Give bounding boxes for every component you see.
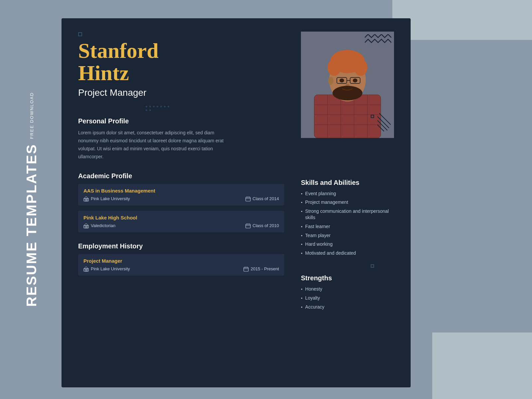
academic-section: Academic Profile AAS in Business Managem…: [78, 172, 284, 232]
calendar-icon-0: [245, 196, 251, 201]
resume-header-left: Stanford Hintz Project Manager Person: [78, 32, 288, 161]
academic-entry-0-date: Class of 2014: [245, 196, 279, 201]
svg-marker-38: [84, 223, 88, 225]
candidate-name: Stanford Hintz: [78, 40, 288, 84]
building-icon-1: [83, 223, 89, 228]
employment-section: Employment History Project Manager: [78, 242, 284, 276]
personal-profile-heading: Personal Profile: [78, 117, 288, 125]
calendar-icon-emp-0: [243, 266, 249, 272]
deco-zigzag: [365, 34, 391, 44]
svg-rect-37: [86, 226, 87, 228]
deco-lines-photo: [377, 113, 391, 133]
academic-entry-1-institution: Valedictorian: [83, 223, 115, 228]
employment-entry-0-title: Project Manager: [83, 258, 279, 264]
page-background: FREE DOWNLOAD RESUME TEMPLATES Stanford …: [0, 0, 532, 399]
side-label: FREE DOWNLOAD RESUME TEMPLATES: [0, 0, 63, 399]
skill-item-5: Hard working: [301, 241, 394, 248]
personal-profile-text: Lorem ipsum dolor sit amet, consectetuer…: [78, 129, 224, 161]
building-icon-0: [83, 196, 89, 201]
strengths-list: Honesty Loyalty Accuracy: [301, 286, 394, 310]
skill-item-4: Team player: [301, 232, 394, 239]
strengths-section: Strengths Honesty Loyalty Accuracy: [301, 274, 394, 310]
skills-heading: Skills and Abilities: [301, 179, 394, 187]
svg-rect-47: [244, 267, 248, 271]
dot-pattern: [145, 105, 171, 112]
resume-card: Stanford Hintz Project Manager Person: [62, 18, 411, 387]
svg-point-21: [332, 86, 362, 100]
academic-entry-1-title: Pink Lake High School: [83, 215, 279, 220]
resume-right-col: Skills and Abilities Event planning Proj…: [301, 171, 394, 377]
calendar-icon-1: [245, 223, 251, 228]
strength-item-0: Honesty: [301, 286, 394, 293]
profile-photo: [301, 32, 394, 138]
deco-sq-photo: [371, 115, 374, 118]
employment-heading: Employment History: [78, 242, 284, 250]
academic-profile-heading: Academic Profile: [78, 172, 284, 180]
academic-entry-1-date: Class of 2010: [245, 223, 279, 228]
svg-rect-44: [85, 269, 86, 271]
svg-point-14: [354, 59, 367, 76]
svg-line-23: [379, 113, 391, 125]
skills-section: Skills and Abilities Event planning Proj…: [301, 179, 394, 257]
resume-body: Academic Profile AAS in Business Managem…: [62, 171, 411, 387]
svg-point-18: [339, 78, 344, 82]
deco-square-top: [78, 32, 82, 36]
academic-entry-0: AAS in Business Management Pink Lake Uni…: [78, 184, 284, 205]
svg-rect-36: [85, 226, 86, 228]
svg-point-19: [353, 78, 357, 82]
photo-area: [301, 32, 394, 138]
academic-entry-1: Pink Lake High School Valedictorian: [78, 211, 284, 232]
employment-entry-0-date: 2015 - Present: [243, 266, 279, 272]
svg-rect-39: [246, 224, 250, 228]
skill-item-1: Project management: [301, 199, 394, 206]
employment-entry-0-institution: Pink Lake University: [83, 266, 130, 272]
resume-templates-label: RESUME TEMPLATES: [24, 144, 40, 307]
skill-item-2: Strong communication and interpersonal s…: [301, 208, 394, 221]
academic-entry-1-row: Valedictorian Class of 2010: [83, 223, 279, 228]
employment-entry-0-row: Pink Lake University 2015 - Present: [83, 266, 279, 272]
building-icon-emp-0: [83, 266, 89, 272]
svg-rect-29: [86, 199, 87, 201]
svg-point-22: [328, 77, 333, 85]
free-download-label: FREE DOWNLOAD: [29, 92, 34, 139]
svg-point-13: [328, 59, 341, 76]
strengths-heading: Strengths: [301, 274, 394, 282]
academic-entry-0-row: Pink Lake University Class of 2014: [83, 196, 279, 201]
svg-marker-46: [84, 267, 88, 269]
svg-rect-28: [85, 199, 86, 201]
candidate-title: Project Manager: [78, 87, 288, 98]
svg-rect-31: [246, 197, 250, 201]
svg-rect-45: [86, 269, 87, 271]
skills-list: Event planning Project management Strong…: [301, 191, 394, 257]
employment-entry-0: Project Manager Pink Lake University: [78, 254, 284, 276]
resume-left-col: Academic Profile AAS in Business Managem…: [78, 171, 284, 377]
strength-item-2: Accuracy: [301, 304, 394, 311]
skill-item-0: Event planning: [301, 191, 394, 197]
strength-item-1: Loyalty: [301, 295, 394, 302]
svg-line-25: [377, 120, 387, 130]
academic-entry-0-institution: Pink Lake University: [83, 196, 130, 201]
bg-rect-bottom: [432, 332, 532, 399]
academic-entry-0-title: AAS in Business Management: [83, 188, 279, 194]
deco-sq-skills: [371, 264, 374, 268]
svg-marker-30: [84, 197, 88, 199]
skill-item-6: Motivated and dedicated: [301, 250, 394, 257]
skill-item-3: Fast learner: [301, 223, 394, 230]
bg-rect-top: [392, 0, 532, 40]
resume-top: Stanford Hintz Project Manager Person: [62, 18, 411, 171]
